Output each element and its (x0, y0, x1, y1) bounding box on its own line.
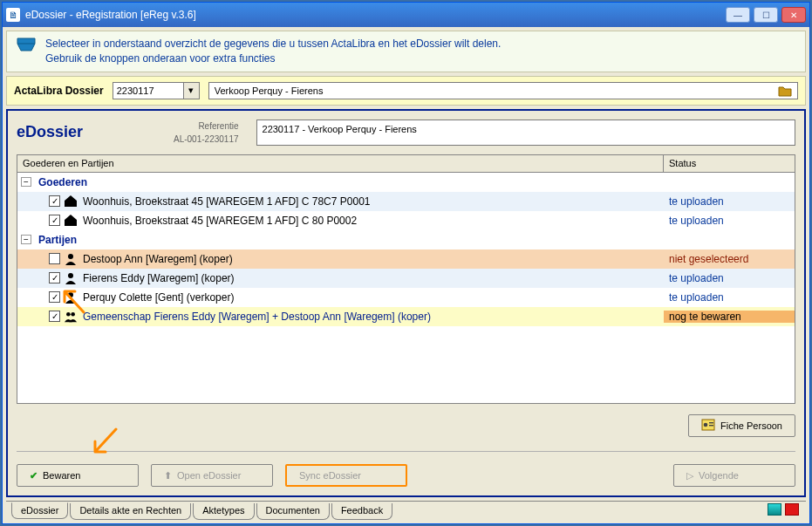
tray-icon (16, 37, 37, 52)
grid-col-1: Goederen en Partijen (17, 155, 664, 172)
grid-header: Goederen en Partijen Status (17, 155, 795, 173)
ref-value: 2230117 - Verkoop Perquy - Fierens (263, 124, 417, 134)
bewaren-label: Bewaren (43, 470, 80, 481)
row-status: nog te bewaren (664, 311, 795, 323)
grid-group-header[interactable]: −Goederen (17, 173, 795, 192)
row-checkbox[interactable]: ✓ (49, 291, 60, 303)
collapse-icon[interactable]: − (21, 235, 31, 244)
open-label: Open eDossier (177, 470, 241, 481)
minimize-button[interactable]: — (726, 7, 750, 23)
dossier-bar: ActaLibra Dossier ▾ Verkoop Perquy - Fie… (6, 76, 806, 106)
grid-row[interactable]: ✓Perquy Colette [Gent] (verkoper)te uplo… (17, 288, 795, 307)
row-checkbox[interactable]: ✓ (49, 215, 60, 226)
row-checkbox[interactable]: ✓ (49, 195, 60, 207)
grid-row[interactable]: ✓Gemeenschap Fierens Eddy [Waregem] + De… (17, 307, 795, 326)
fiche-persoon-button[interactable]: Fiche Persoon (688, 414, 795, 437)
fiche-label: Fiche Persoon (720, 420, 782, 431)
row-text: Woonhuis, Broekstraat 45 [WAREGEM 1 AFD]… (83, 215, 357, 227)
card-icon (701, 419, 715, 433)
volgende-label: Volgende (699, 470, 739, 481)
check-icon: ✔ (30, 470, 38, 482)
ref-field[interactable]: 2230117 - Verkoop Perquy - Fierens (256, 120, 795, 146)
folder-icon[interactable] (778, 85, 792, 97)
edossier-panel: eDossier Referentie AL-001-2230117 22301… (6, 109, 806, 497)
svg-point-1 (68, 273, 73, 278)
maximize-button[interactable]: ☐ (754, 7, 778, 23)
svg-point-4 (71, 312, 75, 317)
volgende-button[interactable]: ▷ Volgende (673, 464, 795, 487)
row-text: Fierens Eddy [Waregem] (koper) (83, 272, 235, 284)
grid-row[interactable]: ✓Woonhuis, Broekstraat 45 [WAREGEM 1 AFD… (17, 192, 795, 211)
status-indicator-red[interactable] (785, 503, 799, 516)
group-label: Goederen (38, 176, 87, 188)
group-label: Partijen (38, 234, 77, 246)
info-banner: Selecteer in onderstaand overzicht de ge… (6, 31, 806, 72)
grid-col-2: Status (664, 155, 795, 172)
window-title: eDossier - eRegistration [eReg v.3.6] (25, 9, 726, 21)
dossier-desc-text: Verkoop Perquy - Fierens (215, 85, 324, 96)
svg-point-6 (704, 423, 708, 427)
row-status: te uploaden (664, 272, 795, 284)
tab-documenten[interactable]: Documenten (256, 503, 330, 520)
dossier-number-input[interactable] (113, 83, 183, 99)
row-status: te uploaden (664, 291, 795, 304)
open-edossier-button[interactable]: ⬆ Open eDossier (151, 464, 273, 487)
chevron-down-icon[interactable]: ▾ (183, 83, 199, 99)
grid-row[interactable]: Destoop Ann [Waregem] (koper)niet gesele… (17, 249, 795, 269)
bewaren-button[interactable]: ✔ Bewaren (17, 464, 139, 487)
people-icon (64, 310, 78, 323)
row-text: Gemeenschap Fierens Eddy [Waregem] + Des… (83, 311, 431, 323)
house-icon (64, 195, 78, 208)
next-icon: ▷ (686, 470, 693, 482)
panel-heading: eDossier (17, 123, 156, 141)
svg-point-2 (68, 292, 73, 297)
ref-code: AL-001-2230117 (174, 134, 239, 144)
tab-aktetypes[interactable]: Aktetypes (193, 503, 254, 520)
row-checkbox[interactable]: ✓ (49, 311, 60, 322)
dossier-desc-field[interactable]: Verkoop Perquy - Fierens (208, 82, 798, 99)
upload-icon: ⬆ (164, 470, 172, 482)
dossier-label: ActaLibra Dossier (14, 85, 104, 97)
row-status: te uploaden (664, 195, 795, 208)
person-icon (64, 271, 78, 284)
goods-parties-grid: Goederen en Partijen Status −Goederen✓Wo… (17, 154, 795, 404)
collapse-icon[interactable]: − (21, 177, 31, 187)
sync-label: Sync eDossier (299, 470, 361, 481)
person-icon (64, 290, 78, 304)
info-line-1: Selecteer in onderstaand overzicht de ge… (45, 37, 501, 51)
sync-edossier-button[interactable]: Sync eDossier (285, 464, 407, 487)
row-text: Destoop Ann [Waregem] (koper) (83, 253, 233, 265)
svg-rect-7 (709, 422, 713, 423)
status-indicator-teal[interactable] (768, 503, 781, 516)
row-checkbox[interactable]: ✓ (49, 272, 60, 283)
tab-feedback[interactable]: Feedback (331, 503, 392, 520)
row-text: Perquy Colette [Gent] (verkoper) (83, 291, 234, 304)
titlebar: 🗎 eDossier - eRegistration [eReg v.3.6] … (3, 3, 809, 27)
tab-bar: eDossierDetails akte en RechtenAktetypes… (6, 501, 806, 520)
grid-row[interactable]: ✓Fierens Eddy [Waregem] (koper)te upload… (17, 269, 795, 288)
row-status: niet geselecteerd (664, 253, 795, 265)
row-status: te uploaden (664, 215, 795, 227)
tab-details-akte-en-rechten[interactable]: Details akte en Rechten (70, 503, 191, 520)
grid-group-header[interactable]: −Partijen (17, 230, 795, 249)
row-text: Woonhuis, Broekstraat 45 [WAREGEM 1 AFD]… (83, 195, 370, 208)
close-button[interactable]: ✕ (781, 7, 806, 23)
person-icon (64, 252, 78, 265)
ref-label: Referentie (198, 121, 238, 131)
svg-point-0 (68, 254, 73, 259)
tab-edossier[interactable]: eDossier (11, 502, 68, 519)
svg-rect-8 (709, 425, 713, 426)
app-icon: 🗎 (6, 8, 20, 22)
svg-point-3 (66, 312, 71, 317)
info-line-2: Gebruik de knoppen onderaan voor extra f… (45, 51, 501, 66)
row-checkbox[interactable] (49, 253, 60, 264)
grid-row[interactable]: ✓Woonhuis, Broekstraat 45 [WAREGEM 1 AFD… (17, 211, 795, 230)
dossier-number-combo[interactable]: ▾ (113, 82, 200, 99)
house-icon (64, 214, 78, 227)
